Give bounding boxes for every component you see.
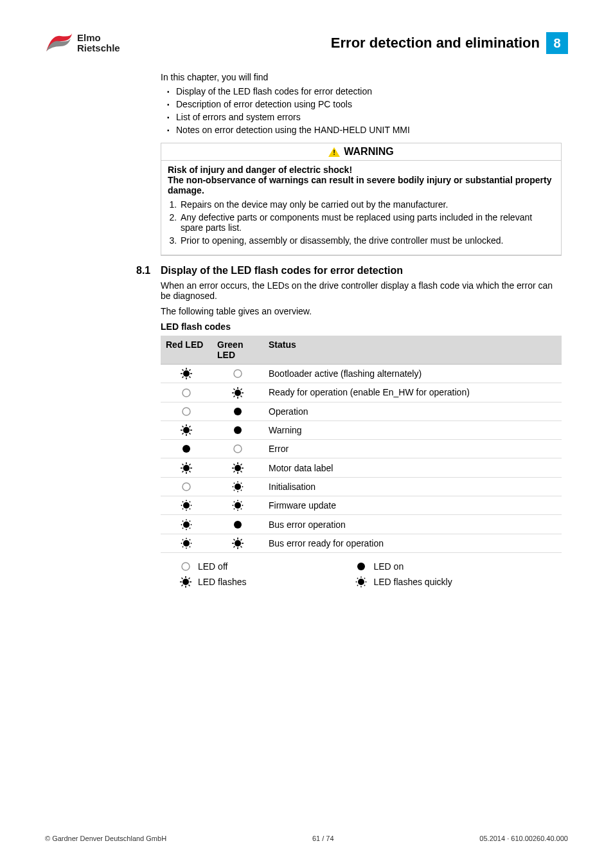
intro-bullets: Display of the LED flash codes for error…	[167, 86, 562, 135]
led-off-icon	[181, 387, 192, 399]
warning-item: Repairs on the device may only be carrie…	[179, 199, 555, 210]
legend-on: LED on	[355, 561, 452, 572]
cell-status: Bootloader active (flashing alternately)	[263, 365, 562, 383]
cell-red-led	[161, 515, 212, 534]
led-quick-icon	[232, 481, 244, 493]
cell-green-led	[212, 534, 263, 552]
cell-red-led	[161, 402, 212, 420]
cell-status: Error	[263, 440, 562, 458]
bullet-item: List of errors and system errors	[167, 112, 562, 122]
warning-box: WARNING Risk of injury and danger of ele…	[161, 143, 562, 256]
table-row: Error	[161, 440, 562, 458]
warning-risk-line1: Risk of injury and danger of electric sh…	[168, 165, 555, 175]
section-heading: 8.1 Display of the LED flash codes for e…	[136, 265, 562, 276]
table-row: Firmware update	[161, 496, 562, 515]
led-on-icon	[355, 561, 367, 572]
cell-status: Bus error operation	[263, 515, 562, 534]
table-caption: LED flash codes	[161, 321, 562, 332]
cell-green-led	[212, 496, 263, 515]
legend-quick: LED flashes quickly	[355, 576, 452, 588]
cell-green-led	[212, 477, 263, 496]
led-on-icon	[232, 406, 244, 417]
warning-risk-line2: The non-observance of warnings can resul…	[168, 175, 555, 195]
cell-status: Initialisation	[263, 477, 562, 496]
table-row: Warning	[161, 420, 562, 439]
chapter-title: Error detection and elimination 8	[331, 32, 568, 54]
warning-header-text: WARNING	[344, 146, 393, 158]
led-quick-icon	[181, 500, 192, 511]
cell-red-led	[161, 365, 212, 383]
table-row: Bus error operation	[161, 515, 562, 534]
led-flash-icon	[232, 538, 244, 549]
led-on-icon	[232, 519, 244, 530]
led-flash-icon	[181, 424, 192, 436]
led-quick-icon	[181, 519, 192, 530]
warning-triangle-icon	[328, 147, 340, 157]
legend-off: LED off	[180, 561, 246, 572]
cell-green-led	[212, 420, 263, 439]
cell-red-led	[161, 458, 212, 477]
logo-mark-icon	[45, 32, 73, 54]
cell-green-led	[212, 440, 263, 458]
logo-text: Elmo Rietschle	[77, 33, 120, 53]
led-off-icon	[180, 561, 191, 572]
cell-green-led	[212, 365, 263, 383]
cell-status: Warning	[263, 420, 562, 439]
bullet-item: Notes on error detection using the HAND-…	[167, 125, 562, 135]
cell-green-led	[212, 402, 263, 420]
cell-red-led	[161, 420, 212, 439]
chapter-number-badge: 8	[546, 32, 568, 54]
footer-left: © Gardner Denver Deutschland GmbH	[45, 835, 166, 842]
logo-line1: Elmo	[77, 33, 120, 43]
section-p2: The following table gives an overview.	[161, 306, 562, 316]
led-quick-icon	[232, 500, 244, 511]
cell-red-led	[161, 440, 212, 458]
cell-status: Firmware update	[263, 496, 562, 515]
cell-status: Operation	[263, 402, 562, 420]
led-off-icon	[232, 443, 244, 455]
cell-green-led	[212, 458, 263, 477]
footer-right: 05.2014 · 610.00260.40.000	[479, 835, 568, 842]
section-p1: When an error occurs, the LEDs on the dr…	[161, 280, 562, 301]
led-off-icon	[232, 368, 244, 379]
intro-text: In this chapter, you will find	[161, 72, 562, 82]
table-row: Bus error ready for operation	[161, 534, 562, 552]
logo-line2: Rietschle	[77, 43, 120, 53]
table-row: Initialisation	[161, 477, 562, 496]
cell-red-led	[161, 534, 212, 552]
led-flash-icon	[232, 387, 244, 399]
logo: Elmo Rietschle	[45, 32, 120, 54]
warning-item: Any defective parts or components must b…	[179, 212, 555, 233]
cell-status: Ready for operation (enable En_HW for op…	[263, 383, 562, 402]
led-on-icon	[181, 443, 192, 455]
table-row: Motor data label	[161, 458, 562, 477]
warning-body: Risk of injury and danger of electric sh…	[161, 161, 561, 255]
led-off-icon	[181, 406, 192, 417]
cell-status: Bus error ready for operation	[263, 534, 562, 552]
led-quick-icon	[355, 576, 367, 588]
table-row: Ready for operation (enable En_HW for op…	[161, 383, 562, 402]
led-quick-icon	[181, 538, 192, 549]
chapter-title-text: Error detection and elimination	[331, 35, 540, 51]
footer-center: 61 / 74	[312, 835, 334, 842]
page-header: Elmo Rietschle Error detection and elimi…	[45, 32, 568, 54]
led-flash-icon	[181, 462, 192, 474]
th-green: GreenLED	[212, 336, 263, 365]
section-number: 8.1	[136, 265, 155, 276]
table-row: Bootloader active (flashing alternately)	[161, 365, 562, 383]
cell-green-led	[212, 515, 263, 534]
led-on-icon	[232, 424, 244, 436]
led-table: Red LED GreenLED Status Bootloader activ…	[161, 336, 562, 553]
legend-flash: LED flashes	[180, 576, 246, 588]
cell-red-led	[161, 477, 212, 496]
section-title: Display of the LED flash codes for error…	[161, 265, 403, 276]
th-status: Status	[263, 336, 562, 365]
footer: © Gardner Denver Deutschland GmbH 61 / 7…	[45, 835, 568, 842]
led-flash-icon	[232, 462, 244, 474]
warning-list: Repairs on the device may only be carrie…	[179, 199, 555, 246]
led-flash-icon	[181, 368, 192, 379]
legend: LED off LED flashes LED on LED flashes q…	[180, 561, 562, 588]
bullet-item: Display of the LED flash codes for error…	[167, 86, 562, 96]
th-red: Red LED	[161, 336, 212, 365]
content: In this chapter, you will find Display o…	[161, 72, 562, 588]
